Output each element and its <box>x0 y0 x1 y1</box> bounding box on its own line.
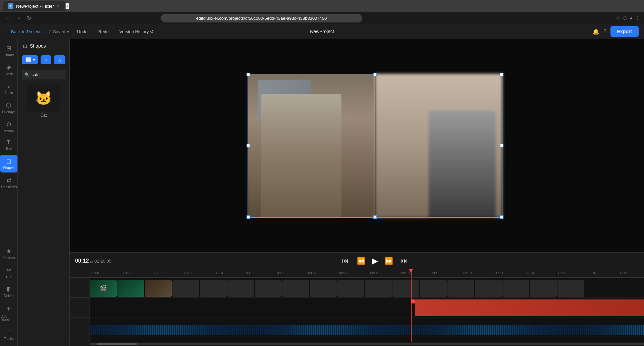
playback-controls: 00:12 27 02:26 05 ⏮ ⏪ ▶ ⏩ ⏭ 100% ⛶ ⚙ <box>70 252 644 269</box>
clip-video-12[interactable] <box>447 280 474 297</box>
header-right-actions: 🔔 ? Export <box>593 26 639 37</box>
ruler-mark-3: 00:03 <box>183 271 214 275</box>
rewind-button[interactable]: ⏪ <box>356 256 367 266</box>
sidebar-label-cut: Cut <box>6 275 11 279</box>
forward-nav-button[interactable]: → <box>15 14 23 22</box>
timeline-tracks-container: 🎬 <box>70 278 644 342</box>
back-nav-button[interactable]: ← <box>4 14 12 22</box>
export-button[interactable]: Export <box>610 26 639 37</box>
current-time: 00:12 <box>75 258 89 264</box>
extensions-icon[interactable]: ⬡ <box>623 15 627 21</box>
shapes-icon: ◻ <box>6 157 11 165</box>
clip-video-2[interactable] <box>172 280 199 297</box>
redo-button[interactable]: Redo <box>96 28 111 36</box>
clip-video-16[interactable] <box>557 280 584 297</box>
help-icon[interactable]: ? <box>603 28 606 34</box>
stock-icon: ◈ <box>6 64 11 71</box>
clip-video-1[interactable] <box>145 280 172 297</box>
reload-button[interactable]: ↻ <box>25 14 33 23</box>
tracks-icon: ≡ <box>7 329 11 336</box>
new-tab-button[interactable]: + <box>65 3 69 9</box>
sidebar-item-tracks[interactable]: ≡ Tracks <box>0 326 17 343</box>
audio-waveform <box>90 325 644 335</box>
browser-toolbar-icons: ☆ ⬡ ● ⋮ <box>616 15 640 21</box>
notifications-icon[interactable]: 🔔 <box>593 28 599 35</box>
skip-to-start-button[interactable]: ⏮ <box>341 256 350 266</box>
browser-tab-bar: f NewProject - Flixier ✕ + <box>0 0 644 12</box>
sidebar-item-stock[interactable]: ◈ Stock <box>0 61 17 79</box>
play-pause-button[interactable]: ▶ <box>372 256 378 266</box>
reviews-icon: ★ <box>6 248 11 255</box>
sidebar-label-text: Text <box>6 147 12 151</box>
profile-icon[interactable]: ● <box>630 15 633 21</box>
undo-button[interactable]: Undo <box>74 28 90 36</box>
sidebar-item-reviews[interactable]: ★ Reviews <box>0 245 17 263</box>
triangle-shape-button[interactable]: △ <box>54 55 65 64</box>
sidebar-label-reviews: Reviews <box>2 256 15 260</box>
close-tab-button[interactable]: ✕ <box>57 4 60 8</box>
rectangle-shape-button[interactable]: ⬜ ▾ <box>22 55 38 64</box>
menu-icon[interactable]: ⋮ <box>635 15 640 21</box>
clip-video-7[interactable] <box>310 280 337 297</box>
ruler-marks: 00:00 00:01 00:02 00:03 00:04 00:05 00:0… <box>90 271 644 275</box>
sidebar-item-delete[interactable]: 🗑 Delete <box>0 283 17 300</box>
left-track-labels <box>70 278 90 342</box>
mask-clip[interactable] <box>415 299 644 316</box>
search-box: 🔍 <box>22 70 65 79</box>
sidebar-item-transitions[interactable]: ⇄ Transitions <box>0 174 17 192</box>
sidebar-label-audio: Audio <box>4 91 13 95</box>
sidebar-item-add-track[interactable]: + Add Track <box>0 302 17 325</box>
clip-video-13[interactable] <box>475 280 502 297</box>
media-item-cat[interactable]: 🐱 Cat <box>22 85 65 118</box>
clip-video-6[interactable] <box>282 280 309 297</box>
timeline-ruler: 00:00 00:01 00:02 00:03 00:04 00:05 00:0… <box>70 269 644 278</box>
clip-green-2[interactable] <box>117 280 144 297</box>
sidebar-item-cut[interactable]: ✂ Cut <box>0 264 17 282</box>
video-track: 🎬 <box>90 278 644 298</box>
video-right-panel <box>375 74 502 218</box>
active-tab[interactable]: f NewProject - Flixier ✕ <box>3 1 65 11</box>
scroll-thumb[interactable] <box>97 343 137 345</box>
sidebar-item-library[interactable]: ⊞ Library <box>0 42 17 60</box>
fast-forward-button[interactable]: ⏩ <box>383 256 394 266</box>
audio-track <box>90 318 644 338</box>
clip-video-11[interactable] <box>420 280 447 297</box>
timeline-scrollbar <box>70 342 644 346</box>
address-input[interactable] <box>161 14 362 22</box>
ruler-mark-9: 00:09 <box>370 271 401 275</box>
address-bar-row: ← → ↻ ☆ ⬡ ● ⋮ <box>0 12 644 24</box>
sidebar-item-motion[interactable]: ⊙ Motion <box>0 118 17 136</box>
clip-video-8[interactable] <box>337 280 364 297</box>
back-to-projects-button[interactable]: ← Back to Projects <box>5 29 43 34</box>
bookmark-icon[interactable]: ☆ <box>616 15 621 21</box>
sidebar-label-motion: Motion <box>4 129 14 133</box>
clip-video-9[interactable] <box>365 280 392 297</box>
saved-dropdown-icon[interactable]: ▾ <box>67 29 69 34</box>
version-history-button[interactable]: Version History ↺ <box>117 28 156 36</box>
clip-video-10[interactable] <box>392 280 419 297</box>
clip-green-1[interactable]: 🎬 <box>90 280 117 297</box>
sidebar-item-text[interactable]: T Text <box>0 137 17 153</box>
skip-to-end-button[interactable]: ⏭ <box>400 256 409 266</box>
clip-video-14[interactable] <box>502 280 529 297</box>
scroll-track[interactable] <box>90 343 644 345</box>
rectangle-icon: ⬜ <box>26 57 32 62</box>
audio-track-label <box>70 318 90 338</box>
clip-video-3[interactable] <box>200 280 227 297</box>
sidebar-item-overlays[interactable]: ⬡ Overlays <box>0 99 17 117</box>
clip-video-4[interactable] <box>227 280 254 297</box>
clip-video-5[interactable] <box>255 280 282 297</box>
sidebar-item-shapes[interactable]: ◻ Shapes <box>0 155 17 172</box>
ruler-mark-4: 00:04 <box>214 271 246 275</box>
text-icon: T <box>7 140 10 146</box>
video-clip-strip: 🎬 <box>90 280 585 297</box>
tracks-scroll-container[interactable]: 🎬 <box>90 278 644 342</box>
browser-chrome: f NewProject - Flixier ✕ + ← → ↻ ☆ ⬡ ● ⋮ <box>0 0 644 24</box>
sidebar-label-overlays: Overlays <box>2 110 15 114</box>
project-title: NewProject <box>310 29 334 34</box>
ruler-mark-2: 00:02 <box>152 271 183 275</box>
panel-header: ◻ Shapes <box>18 39 69 53</box>
clip-video-15[interactable] <box>530 280 557 297</box>
sidebar-item-audio[interactable]: ♪ Audio <box>0 80 17 97</box>
circle-shape-button[interactable]: ○ <box>41 55 51 64</box>
